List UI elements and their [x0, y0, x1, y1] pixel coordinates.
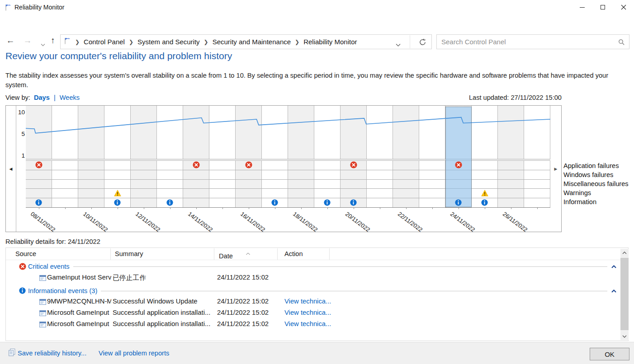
chart-day-column-27/11/2022[interactable] — [524, 160, 550, 207]
warning-icon[interactable] — [114, 190, 121, 197]
chart-day-column-26/11/2022[interactable] — [498, 160, 524, 207]
information-icon[interactable] — [271, 199, 279, 206]
scrollbar-thumb[interactable] — [620, 258, 629, 330]
breadcrumb-separator: ❯ — [125, 39, 137, 45]
view-by-switch: View by: Days | Weeks — [5, 94, 80, 101]
chart-day-column-12/11/2022[interactable] — [131, 160, 157, 207]
table-row[interactable]: 9MWPM2CQNLHN-Mic... Successful Windows U… — [6, 296, 621, 308]
x-axis-tick — [39, 207, 39, 209]
column-divider[interactable] — [277, 248, 278, 260]
x-axis-tick — [144, 207, 144, 209]
x-axis-tick — [170, 207, 170, 209]
information-icon[interactable] — [35, 199, 43, 206]
column-divider[interactable] — [214, 248, 214, 260]
table-row[interactable]: GameInput Host Service 已停止工作 24/11/2022 … — [6, 272, 621, 284]
stability-index-line — [26, 106, 550, 159]
chart-day-column-22/11/2022[interactable] — [393, 160, 419, 207]
information-icon[interactable] — [350, 199, 357, 206]
x-axis-tick — [380, 207, 380, 209]
minimize-button[interactable] — [572, 0, 592, 14]
chart-day-column-09/11/2022[interactable] — [52, 160, 78, 207]
information-icon[interactable] — [455, 199, 462, 206]
critical-error-icon[interactable] — [350, 161, 357, 168]
search-input[interactable] — [441, 35, 613, 49]
collapse-chevron-icon[interactable] — [611, 287, 617, 295]
information-icon[interactable] — [114, 199, 121, 206]
back-button[interactable]: ← — [5, 36, 16, 46]
group-label[interactable]: Critical events — [28, 263, 70, 270]
breadcrumb-control-panel[interactable]: Control Panel — [84, 38, 125, 46]
chart-grid-line — [26, 159, 550, 159]
critical-error-icon[interactable] — [193, 161, 200, 168]
address-bar[interactable]: ❯ Control Panel ❯ System and Security ❯ … — [60, 34, 432, 49]
search-icon[interactable] — [618, 39, 625, 47]
x-axis-tick — [406, 207, 407, 209]
table-header: Source Summary Date Action — [6, 248, 628, 260]
column-header-summary[interactable]: Summary — [115, 250, 143, 257]
breadcrumb-system-and-security[interactable]: System and Security — [137, 38, 200, 46]
information-icon[interactable] — [481, 199, 488, 206]
group-row-critical-events[interactable]: Critical events — [6, 261, 621, 271]
chart-day-column-15/11/2022[interactable] — [209, 160, 236, 207]
view-by-label: View by: — [5, 94, 30, 101]
maximize-button[interactable] — [592, 0, 613, 14]
x-axis-date-label: 26/11/2022 — [502, 210, 529, 233]
x-axis-tick — [118, 207, 118, 209]
sort-ascending-icon — [246, 249, 251, 257]
address-dropdown-chevron-icon[interactable] — [396, 41, 401, 49]
navigation-bar: ← → ↑ ❯ Control Panel ❯ System and Secur… — [0, 15, 634, 37]
chart-day-column-23/11/2022[interactable] — [419, 160, 445, 207]
view-technical-details-link[interactable]: View technica... — [284, 298, 352, 305]
save-reliability-history-link[interactable]: Save reliability history... — [18, 350, 86, 357]
group-label[interactable]: Informational events (3) — [28, 287, 97, 294]
breadcrumb-security-and-maintenance[interactable]: Security and Maintenance — [213, 38, 291, 46]
table-row[interactable]: Microsoft GameInput Successful applicati… — [6, 319, 621, 330]
critical-error-icon[interactable] — [35, 161, 43, 168]
forward-button[interactable]: → — [22, 36, 33, 46]
view-technical-details-link[interactable]: View technica... — [284, 320, 352, 327]
warning-icon[interactable] — [481, 190, 488, 197]
vertical-scrollbar[interactable] — [620, 249, 629, 340]
close-button[interactable] — [613, 0, 634, 14]
critical-error-icon[interactable] — [245, 161, 252, 168]
y-axis-tick-5: 5 — [16, 131, 25, 137]
refresh-button[interactable] — [417, 38, 428, 47]
chart-scroll-left-button[interactable]: ◀ — [6, 106, 16, 232]
chart-scroll-right-button[interactable]: ▶ — [550, 106, 561, 232]
column-divider[interactable] — [110, 248, 111, 260]
search-box — [436, 34, 629, 49]
view-by-days-link[interactable]: Days — [34, 94, 50, 101]
scroll-down-button[interactable] — [620, 332, 629, 340]
x-axis-date-label: 22/11/2022 — [397, 210, 424, 233]
column-header-action[interactable]: Action — [284, 250, 303, 257]
column-header-source[interactable]: Source — [15, 250, 36, 257]
scroll-up-button[interactable] — [620, 249, 629, 257]
column-header-date[interactable]: Date — [219, 252, 233, 260]
view-by-weeks-link[interactable]: Weeks — [60, 94, 80, 101]
last-updated-text: Last updated: 27/11/2022 15:00 — [469, 94, 562, 101]
chart-day-column-21/11/2022[interactable] — [367, 160, 393, 207]
x-axis-tick — [301, 207, 302, 209]
collapse-chevron-icon[interactable] — [611, 262, 617, 271]
information-icon[interactable] — [166, 199, 174, 206]
view-all-problem-reports-link[interactable]: View all problem reports — [99, 350, 169, 357]
view-technical-details-link[interactable]: View technica... — [284, 309, 352, 316]
table-row[interactable]: Microsoft GameInput Successful applicati… — [6, 308, 621, 319]
x-axis-tick — [537, 207, 538, 209]
chart-day-column-18/11/2022[interactable] — [288, 160, 314, 207]
address-bar-divider — [410, 35, 410, 48]
legend-windows-failures: Windows failures — [563, 170, 629, 179]
column-divider[interactable] — [329, 248, 330, 260]
group-rule — [101, 291, 607, 291]
cell-summary: 已停止工作 — [113, 274, 216, 282]
breadcrumb-reliability-monitor[interactable]: Reliability Monitor — [303, 38, 357, 46]
x-axis-tick — [249, 207, 249, 209]
critical-error-icon — [19, 263, 26, 270]
refresh-icon — [419, 38, 426, 46]
information-icon[interactable] — [324, 199, 331, 206]
chart-day-column-10/11/2022[interactable] — [78, 160, 104, 207]
ok-button[interactable]: OK — [590, 348, 629, 360]
critical-error-icon[interactable] — [455, 161, 462, 168]
group-row-informational-events[interactable]: Informational events (3) — [6, 286, 621, 296]
up-button[interactable]: ↑ — [47, 36, 59, 46]
